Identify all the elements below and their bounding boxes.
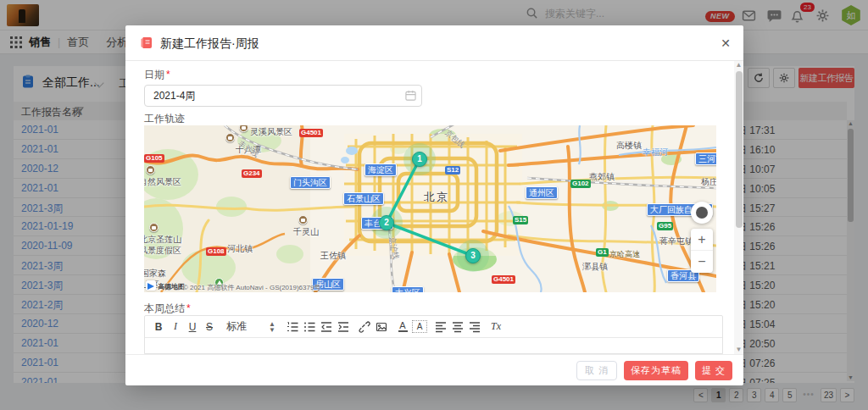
updown-icon: ▲▼ bbox=[269, 321, 275, 333]
route-marker-3[interactable]: 3 bbox=[465, 248, 481, 263]
summary-label: 本周总结* bbox=[144, 302, 191, 316]
image-button[interactable] bbox=[374, 319, 389, 335]
map-label: 河北镇 bbox=[227, 243, 253, 255]
map-label: G4501 bbox=[299, 129, 323, 137]
scroll-up-icon[interactable]: ▲ bbox=[734, 61, 743, 69]
align-right-button[interactable] bbox=[467, 319, 482, 335]
map-label: 高楼镇 bbox=[616, 140, 642, 152]
map-label: 漷县镇 bbox=[582, 261, 608, 273]
map-label: 北京 bbox=[424, 190, 449, 205]
editor-content[interactable] bbox=[145, 338, 722, 354]
map-label: 大兴区 bbox=[392, 286, 424, 292]
bullet-list-button[interactable] bbox=[302, 319, 317, 335]
map-label: 石景山区 bbox=[343, 192, 384, 205]
modal-title: 新建工作报告·周报 bbox=[160, 36, 259, 52]
report-icon bbox=[140, 36, 153, 50]
required-mark: * bbox=[166, 69, 170, 80]
text-color-button[interactable]: A bbox=[395, 319, 410, 335]
route-marker-1[interactable]: 1 bbox=[412, 152, 427, 167]
map-label: 门头沟区 bbox=[290, 176, 331, 189]
map-label: 通州区 bbox=[526, 186, 558, 199]
modal-scrollbar[interactable]: ▲ ▼ bbox=[734, 61, 743, 354]
map-label: G4501 bbox=[492, 275, 515, 284]
map-label: G108 bbox=[206, 247, 226, 256]
map-label: G95 bbox=[657, 222, 673, 230]
font-size-select[interactable]: 标准 ▲▼ bbox=[226, 319, 275, 334]
map-label: 海淀区 bbox=[364, 163, 397, 176]
map-zoom-control: + − bbox=[691, 229, 713, 273]
map-label: 蒋辛屯镇 bbox=[659, 235, 693, 247]
clear-format-button[interactable]: Tx bbox=[488, 319, 504, 335]
map-label: 王佐镇 bbox=[320, 250, 346, 262]
modal-header: 新建工作报告·周报 ✕ bbox=[125, 25, 743, 61]
map-poi-icon bbox=[146, 165, 155, 175]
save-draft-button[interactable]: 保存为草稿 bbox=[624, 361, 688, 380]
underline-button[interactable]: U bbox=[185, 319, 200, 335]
map-label: 风景度假区 bbox=[144, 245, 181, 257]
route-marker-2[interactable]: 2 bbox=[379, 215, 394, 230]
screen: NEW 23 如 销售 | 首页 分析 线 全部工作... 工作... bbox=[0, 0, 868, 410]
map-label: 杨庄镇 bbox=[701, 176, 716, 188]
map-label: S15 bbox=[513, 216, 528, 224]
map-mode-button[interactable] bbox=[691, 202, 713, 224]
map-label: G234 bbox=[242, 169, 262, 178]
map-label: 京哈高速 bbox=[609, 249, 640, 260]
map-label: 燕郊镇 bbox=[589, 171, 615, 183]
map-label: 幸福河 bbox=[643, 147, 668, 158]
new-report-modal: 新建工作报告·周报 ✕ 日期* 工作轨迹 bbox=[125, 25, 743, 385]
map-label: 自然风景区 bbox=[144, 176, 181, 188]
ordered-list-button[interactable] bbox=[285, 319, 300, 335]
summary-editor: B I U S 标准 ▲▼ A A Tx bbox=[144, 315, 723, 354]
align-left-button[interactable] bbox=[433, 319, 448, 335]
work-track-map[interactable]: 北京海淀区石景山区门头沟区丰台区通州区三河市大厂回族自治县香河县房山区大兴区灵溪… bbox=[144, 125, 716, 292]
date-label: 日期* bbox=[144, 68, 170, 82]
map-label: 三河市 bbox=[695, 152, 716, 165]
cancel-button[interactable]: 取 消 bbox=[576, 361, 617, 380]
map-label: 灵溪风景区 bbox=[250, 126, 292, 138]
strikethrough-button[interactable]: S bbox=[202, 319, 217, 335]
amap-logo-icon bbox=[146, 280, 156, 291]
track-label: 工作轨迹 bbox=[144, 112, 185, 126]
close-icon[interactable]: ✕ bbox=[717, 35, 734, 52]
indent-button[interactable] bbox=[336, 319, 351, 335]
map-poi-icon bbox=[298, 215, 308, 224]
italic-button[interactable]: I bbox=[168, 319, 183, 335]
modal-footer: 取 消 保存为草稿 提 交 bbox=[125, 354, 743, 385]
map-attribution: © 2021 高德软件 AutoNavi - GS(2019)6379号 bbox=[183, 283, 320, 292]
submit-button[interactable]: 提 交 bbox=[695, 361, 732, 380]
map-label: G1 bbox=[596, 248, 609, 257]
map-label: 千灵山 bbox=[293, 226, 319, 238]
map-poi-icon bbox=[149, 223, 159, 232]
required-mark: * bbox=[186, 302, 191, 314]
map-label: G102 bbox=[570, 180, 591, 188]
scrollbar-thumb[interactable] bbox=[736, 71, 743, 228]
calendar-icon[interactable] bbox=[405, 90, 416, 101]
bold-button[interactable]: B bbox=[151, 319, 166, 335]
highlight-color-button[interactable]: A bbox=[412, 320, 427, 333]
link-button[interactable] bbox=[357, 319, 372, 335]
zoom-out-button[interactable]: − bbox=[691, 251, 713, 273]
map-poi-icon bbox=[225, 133, 235, 142]
map-label: G105 bbox=[144, 154, 164, 163]
map-label: 北京圣莲山 bbox=[144, 234, 181, 246]
scroll-down-icon[interactable]: ▼ bbox=[734, 346, 743, 354]
outdent-button[interactable] bbox=[319, 319, 334, 335]
amap-logo-text: 高德地图 bbox=[158, 282, 185, 291]
zoom-in-button[interactable]: + bbox=[691, 229, 713, 251]
map-label: 国家森 bbox=[144, 268, 166, 280]
date-input[interactable] bbox=[144, 85, 422, 107]
editor-toolbar: B I U S 标准 ▲▼ A A Tx bbox=[145, 316, 722, 338]
align-center-button[interactable] bbox=[450, 319, 465, 335]
map-label: S12 bbox=[445, 166, 460, 175]
